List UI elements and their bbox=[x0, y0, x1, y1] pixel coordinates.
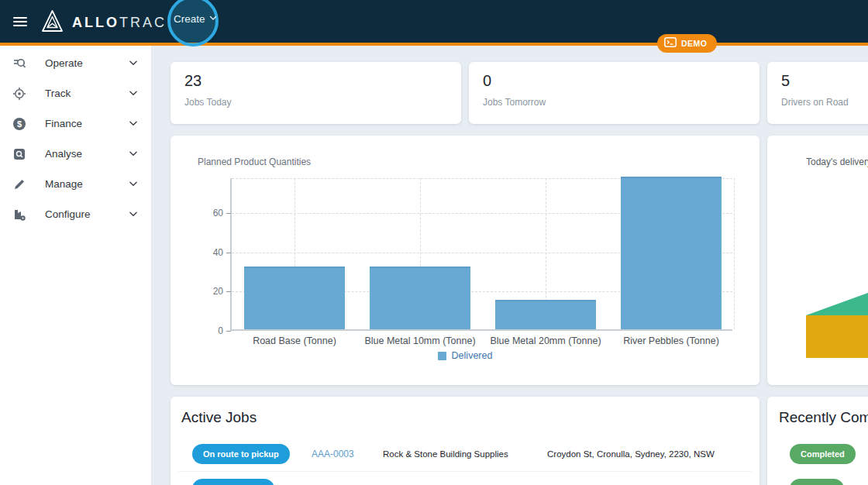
chevron-down-icon bbox=[128, 118, 139, 129]
stat-label: Jobs Tomorrow bbox=[483, 97, 746, 108]
sidebar-item-label: Manage bbox=[45, 178, 83, 190]
chevron-down-icon bbox=[208, 13, 218, 25]
axis-tick bbox=[226, 331, 231, 332]
chart-title: Planned Product Quantities bbox=[198, 157, 311, 167]
pencil-icon bbox=[12, 177, 26, 191]
axis-tick bbox=[226, 291, 231, 292]
status-badge-partial bbox=[790, 479, 844, 485]
stat-label: Jobs Today bbox=[184, 97, 447, 108]
stat-value: 5 bbox=[781, 72, 868, 90]
stat-card-jobs-today: 23 Jobs Today bbox=[170, 62, 461, 124]
planned-quantities-chart-card: Planned Product Quantities 0204060Road B… bbox=[170, 136, 760, 385]
target-icon bbox=[12, 87, 26, 101]
chevron-down-icon bbox=[128, 57, 139, 68]
recently-completed-card: Recently Com Completed bbox=[767, 397, 868, 485]
sidebar-item-configure[interactable]: Configure bbox=[0, 199, 151, 229]
completed-job-row[interactable]: Completed bbox=[767, 437, 868, 471]
dollar-circle-icon: $ bbox=[12, 117, 26, 131]
y-axis-tick-label: 0 bbox=[195, 325, 223, 336]
chevron-down-icon bbox=[128, 178, 139, 189]
sidebar-item-label: Finance bbox=[45, 118, 82, 129]
y-axis-tick-label: 40 bbox=[195, 247, 223, 258]
row-divider bbox=[178, 471, 752, 472]
stat-label: Drivers on Road bbox=[781, 97, 868, 108]
brand-name-bold: ALLO bbox=[72, 15, 119, 30]
sidebar-item-analyse[interactable]: Analyse bbox=[0, 139, 151, 169]
sidebar-item-manage[interactable]: Manage bbox=[0, 169, 151, 199]
fulfilment-title: Today's delivery fu bbox=[806, 157, 868, 167]
top-navbar: ALLOTRAC bbox=[0, 0, 868, 43]
sidebar-item-track[interactable]: Track bbox=[0, 78, 151, 108]
bar-road-base-tonne- bbox=[244, 267, 345, 329]
x-axis-category-label: River Pebbles (Tonne) bbox=[597, 335, 746, 346]
job-address: Croydon St, Cronulla, Sydney, 2230, NSW bbox=[547, 449, 715, 459]
stat-card-jobs-tomorrow: 0 Jobs Tomorrow bbox=[469, 62, 760, 124]
svg-text:$: $ bbox=[17, 119, 22, 129]
status-badge: Completed bbox=[790, 444, 856, 464]
legend-label: Delivered bbox=[452, 350, 493, 361]
job-customer: Rock & Stone Building Supplies bbox=[383, 449, 508, 459]
stat-value: 23 bbox=[184, 72, 447, 90]
demo-badge-label: DEMO bbox=[681, 39, 708, 48]
stat-value: 0 bbox=[483, 72, 746, 90]
chevron-down-icon bbox=[128, 148, 139, 159]
y-axis-tick-label: 20 bbox=[195, 286, 223, 297]
sidebar-menu: OperateTrack$FinanceAnalyseManageConfigu… bbox=[0, 46, 152, 485]
y-axis-tick-label: 60 bbox=[195, 208, 223, 218]
document-search-icon bbox=[12, 147, 26, 161]
search-list-icon bbox=[12, 57, 26, 71]
bar-blue-metal-20mm-tonne- bbox=[495, 300, 596, 329]
bar-blue-metal-10mm-tonne- bbox=[370, 267, 470, 329]
job-id-link[interactable]: AAA-0003 bbox=[312, 449, 354, 459]
legend-swatch bbox=[438, 352, 446, 360]
delivery-fulfilment-card: Today's delivery fu bbox=[767, 136, 868, 385]
chevron-down-icon bbox=[128, 88, 139, 98]
brand-name-light: TRAC bbox=[119, 15, 167, 30]
axis-tick bbox=[226, 213, 231, 214]
stat-card-drivers-on-road: 5 Drivers on Road bbox=[767, 62, 868, 124]
active-jobs-card: Active Jobs On route to pickup AAA-0003 … bbox=[170, 397, 760, 485]
gridline bbox=[734, 178, 735, 329]
area-yellow bbox=[806, 315, 868, 358]
sidebar-item-operate[interactable]: Operate bbox=[0, 48, 151, 78]
terminal-icon bbox=[664, 36, 677, 50]
allotrac-logo-icon bbox=[42, 10, 63, 35]
dashboard-page: ALLOTRAC Create DEMO OperateTrack$Financ… bbox=[0, 0, 868, 485]
active-jobs-title: Active Jobs bbox=[181, 409, 257, 426]
bar-chart-plot: 0204060Road Base (Tonne)Blue Metal 10mm … bbox=[230, 178, 732, 331]
hamburger-menu-icon[interactable] bbox=[12, 13, 29, 30]
demo-mode-badge[interactable]: DEMO bbox=[657, 34, 717, 53]
sidebar-item-label: Analyse bbox=[45, 148, 82, 160]
accent-divider bbox=[0, 43, 868, 46]
factory-gear-icon bbox=[12, 208, 26, 222]
bar-river-pebbles-tonne- bbox=[621, 177, 722, 329]
recently-completed-title: Recently Com bbox=[779, 409, 868, 426]
area-green bbox=[806, 291, 868, 315]
fulfilment-area-chart bbox=[806, 291, 868, 360]
chart-legend-delivered[interactable]: Delivered bbox=[170, 350, 760, 361]
sidebar-item-label: Configure bbox=[45, 208, 91, 220]
create-button-label: Create bbox=[174, 13, 205, 25]
sidebar-item-finance[interactable]: $Finance bbox=[0, 108, 151, 139]
brand-logo[interactable]: ALLOTRAC bbox=[42, 10, 167, 35]
brand-name: ALLOTRAC bbox=[72, 15, 167, 31]
sidebar-item-label: Track bbox=[45, 88, 71, 99]
job-row[interactable]: On route to pickup AAA-0003 Rock & Stone… bbox=[170, 437, 760, 471]
create-button[interactable]: Create bbox=[174, 13, 214, 25]
status-badge-partial bbox=[192, 479, 274, 485]
axis-tick bbox=[226, 253, 231, 253]
chevron-down-icon bbox=[128, 208, 139, 219]
sidebar-item-label: Operate bbox=[45, 57, 83, 69]
status-badge: On route to pickup bbox=[192, 444, 290, 464]
